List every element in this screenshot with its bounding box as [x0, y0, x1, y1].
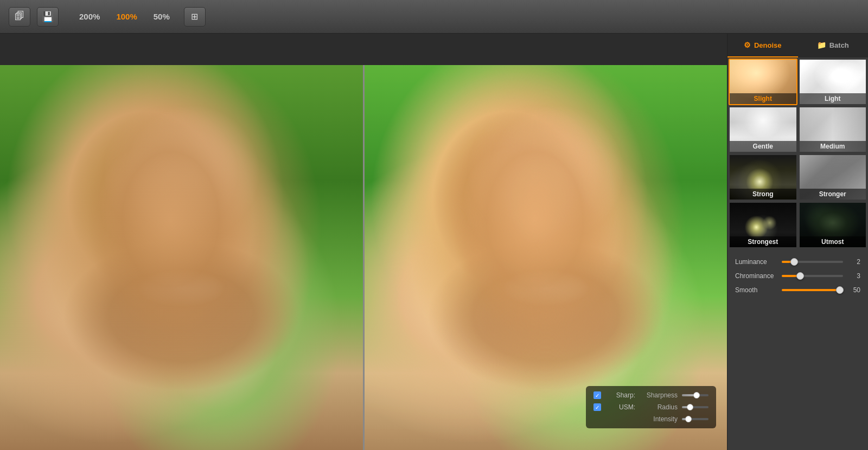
- sharp-row: ✓ Sharp: Sharpness: [593, 391, 709, 399]
- luminance-track[interactable]: [782, 261, 843, 263]
- preset-slight-label: Slight: [730, 93, 796, 104]
- image-area: ✓ Sharp: Sharpness ✓ USM: Radius: [0, 34, 727, 450]
- controls-overlay: ✓ Sharp: Sharpness ✓ USM: Radius: [586, 386, 716, 428]
- main-area: ✓ Sharp: Sharpness ✓ USM: Radius: [0, 34, 868, 450]
- preset-light-label: Light: [800, 93, 866, 104]
- save-icon: 💾: [42, 11, 54, 23]
- usm-checkbox[interactable]: ✓: [593, 403, 601, 411]
- tab-denoise[interactable]: ⚙ Denoise: [727, 34, 798, 57]
- preset-gentle[interactable]: Gentle: [729, 106, 797, 153]
- sharp-label: Sharp:: [605, 391, 635, 399]
- smooth-thumb: [836, 286, 844, 294]
- sharpness-slider-thumb: [693, 392, 700, 398]
- chrominance-track[interactable]: [782, 275, 843, 277]
- image-strip: [0, 34, 727, 65]
- after-panel: ✓ Sharp: Sharpness ✓ USM: Radius: [365, 65, 727, 450]
- open-button[interactable]: 🗐: [9, 7, 30, 27]
- preset-stronger-label: Stronger: [800, 189, 866, 200]
- zoom-200-button[interactable]: 200%: [74, 10, 105, 23]
- preset-medium[interactable]: Medium: [799, 106, 867, 153]
- batch-tab-icon: 📁: [817, 41, 826, 49]
- zoom-group: 200% 100% 50%: [74, 10, 175, 23]
- before-detail-overlay: [0, 65, 363, 450]
- intensity-slider[interactable]: [682, 418, 709, 420]
- smooth-row: Smooth 50: [735, 286, 860, 294]
- toolbar: 🗐 💾 200% 100% 50% ⊞: [0, 0, 868, 34]
- intensity-name: Intensity: [640, 415, 678, 423]
- preset-strong[interactable]: Strong: [729, 154, 797, 201]
- zoom-50-button[interactable]: 50%: [148, 10, 175, 23]
- right-panel: ⚙ Denoise 📁 Batch Slight Ligh: [727, 34, 868, 450]
- preset-utmost-label: Utmost: [800, 236, 866, 247]
- chrominance-thumb: [796, 272, 804, 280]
- panel-tabs: ⚙ Denoise 📁 Batch: [727, 34, 868, 57]
- luminance-value: 2: [847, 258, 860, 266]
- denoise-tab-label: Denoise: [754, 41, 782, 49]
- luminance-label: Luminance: [735, 258, 777, 266]
- denoise-tab-icon: ⚙: [744, 41, 751, 49]
- preset-gentle-label: Gentle: [730, 141, 796, 152]
- preset-strongest-label: Strongest: [730, 236, 796, 247]
- chrominance-row: Chrominance 3: [735, 272, 860, 280]
- intensity-slider-thumb: [685, 416, 692, 422]
- smooth-fill: [782, 289, 840, 291]
- intensity-row: Intensity: [593, 415, 709, 423]
- image-compare: ✓ Sharp: Sharpness ✓ USM: Radius: [0, 65, 727, 450]
- fit-icon: ⊞: [191, 11, 198, 22]
- radius-slider[interactable]: [682, 406, 709, 408]
- luminance-thumb: [790, 258, 798, 266]
- preset-strongest[interactable]: Strongest: [729, 202, 797, 248]
- smooth-label: Smooth: [735, 286, 777, 294]
- before-panel: [0, 65, 363, 450]
- tab-batch[interactable]: 📁 Batch: [798, 34, 869, 57]
- preset-stronger[interactable]: Stronger: [799, 154, 867, 201]
- usm-row: ✓ USM: Radius: [593, 403, 709, 411]
- sliders-section: Luminance 2 Chrominance 3 Smooth: [727, 252, 868, 299]
- preset-slight[interactable]: Slight: [729, 59, 797, 105]
- preset-utmost[interactable]: Utmost: [799, 202, 867, 248]
- smooth-value: 50: [847, 286, 860, 294]
- preset-strong-label: Strong: [730, 189, 796, 200]
- save-button[interactable]: 💾: [37, 7, 59, 27]
- presets-grid: Slight Light Gentle Medium: [727, 57, 868, 249]
- radius-slider-thumb: [687, 404, 693, 410]
- luminance-row: Luminance 2: [735, 258, 860, 266]
- open-icon: 🗐: [15, 11, 24, 22]
- preset-light[interactable]: Light: [799, 59, 867, 105]
- preset-medium-label: Medium: [800, 141, 866, 152]
- sharp-checkbox[interactable]: ✓: [593, 391, 601, 399]
- batch-tab-label: Batch: [829, 41, 849, 49]
- chrominance-label: Chrominance: [735, 272, 777, 280]
- sharpness-slider[interactable]: [682, 394, 709, 396]
- fit-button[interactable]: ⊞: [184, 7, 206, 27]
- usm-label: USM:: [605, 403, 635, 411]
- radius-name: Radius: [640, 403, 678, 411]
- smooth-track[interactable]: [782, 289, 843, 291]
- sharp-name: Sharpness: [640, 391, 678, 399]
- zoom-100-button[interactable]: 100%: [111, 10, 142, 23]
- chrominance-value: 3: [847, 272, 860, 280]
